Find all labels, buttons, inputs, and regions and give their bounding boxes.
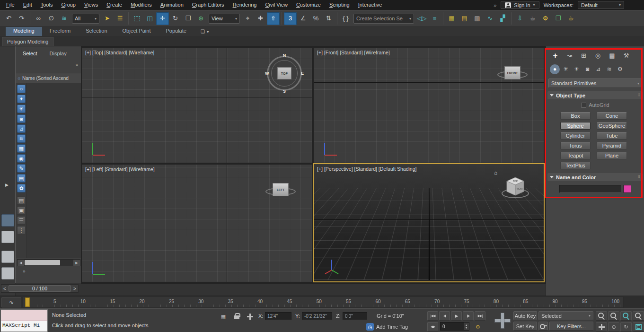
select-and-link-icon[interactable]: ∞ [32, 12, 45, 25]
percent-snap-icon[interactable]: % [309, 12, 322, 25]
viewcube-face[interactable]: TOP [277, 67, 291, 79]
coord-z-input[interactable]: 0'0" [343, 312, 367, 320]
zoom-icon[interactable] [596, 311, 607, 321]
object-type-button[interactable]: Cone [597, 112, 627, 120]
auto-key-button[interactable]: Auto Key [513, 311, 537, 320]
explorer-tool-icon[interactable]: ▣ [17, 206, 26, 215]
set-key-button[interactable]: Set Key [513, 322, 537, 331]
scene-explorer-column-header[interactable]: ○ Name (Sorted Ascend [16, 73, 81, 83]
systems-category-icon[interactable]: ⚙ [615, 64, 625, 74]
create-tab-icon[interactable]: + [549, 50, 562, 61]
display-filter-icon[interactable]: ✦ [17, 95, 26, 103]
viewcube-top-label[interactable]: TOP [513, 180, 518, 183]
compass-north[interactable]: N [283, 53, 286, 58]
object-type-button[interactable]: Plane [597, 152, 627, 159]
select-and-move-icon[interactable]: ✛ [156, 12, 169, 25]
mini-curve-editor-button[interactable]: ∿ [1, 297, 21, 307]
menu-item[interactable]: Group [57, 0, 80, 9]
angle-snap-icon[interactable]: ∠ [297, 12, 309, 25]
name-and-color-rollout-header[interactable]: Name and Color ⠿ [547, 173, 643, 181]
workspace-dropdown[interactable]: Default ▾ [578, 1, 624, 9]
viewport-left[interactable]: [+] [Left] [Standard] [Wireframe] LEFT [82, 165, 312, 282]
ribbon-tab[interactable]: Object Paint [115, 27, 159, 36]
viewcube-3d[interactable]: TOP FRONT [500, 175, 530, 201]
rectangular-selection-region-icon[interactable] [131, 12, 143, 25]
display-filter-icon[interactable]: ▤ [17, 174, 26, 183]
sign-in-button[interactable]: Sign In ▾ [501, 1, 539, 9]
coord-x-input[interactable]: 12'4" [265, 312, 291, 320]
autogrid-checkbox[interactable] [581, 103, 586, 108]
align-icon[interactable]: ≡ [428, 12, 441, 25]
select-object-icon[interactable]: ➤ [101, 12, 114, 25]
viewcube[interactable]: FRONT [497, 62, 528, 84]
curve-editor-icon[interactable]: ∿ [484, 12, 496, 25]
viewport-layout-tab[interactable] [1, 251, 14, 263]
object-type-rollout-header[interactable]: Object Type ⠿ [547, 91, 643, 99]
compass-south[interactable]: S [283, 89, 286, 94]
select-by-name-icon[interactable]: ☰ [114, 12, 126, 25]
add-time-tag-icon[interactable]: ◷ [366, 323, 374, 331]
motion-tab-icon[interactable]: ◎ [591, 50, 604, 61]
scene-explorer-list[interactable] [27, 83, 81, 258]
render-setup-icon[interactable]: ⚙ [539, 12, 552, 25]
menu-item[interactable]: Modifiers [126, 0, 156, 9]
object-type-button[interactable]: Sphere [560, 122, 591, 130]
select-and-scale-icon[interactable]: ❒ [182, 12, 194, 25]
go-to-start-button[interactable]: |◀◀ [427, 311, 438, 321]
unlink-selection-icon[interactable]: ∅ [45, 12, 58, 25]
object-color-swatch[interactable] [623, 185, 631, 193]
explorer-tool-icon[interactable]: ⋮ [17, 226, 26, 235]
add-time-tag-label[interactable]: Add Time Tag [376, 324, 408, 330]
object-type-button[interactable]: Cylinder [560, 132, 591, 140]
select-and-rotate-icon[interactable]: ↻ [169, 12, 182, 25]
previous-frame-button[interactable]: ◀| [439, 311, 450, 321]
keyboard-shortcut-override-icon[interactable]: ⇧ [267, 12, 280, 25]
viewcube-compass[interactable]: N S E W TOP [265, 53, 304, 93]
compass-east[interactable]: E [301, 71, 304, 76]
object-category-dropdown[interactable]: Standard Primitives ▾ [548, 79, 642, 88]
viewport-layout-tab[interactable] [1, 214, 14, 227]
display-filter-icon[interactable]: ◉ [17, 154, 26, 163]
schematic-view-icon[interactable]: ▞ [496, 12, 509, 25]
object-type-button[interactable]: Teapot [560, 152, 591, 159]
display-filter-icon[interactable]: ⊿ [17, 124, 26, 133]
hierarchy-tab-icon[interactable]: ⊞ [577, 50, 590, 61]
ribbon-tab[interactable]: Selection [78, 27, 115, 36]
menu-item[interactable]: Rendering [229, 0, 261, 9]
object-type-button[interactable]: Tube [597, 132, 627, 140]
display-tab-icon[interactable]: ▤ [606, 50, 618, 61]
selection-filter-dropdown[interactable]: All ▾ [72, 14, 99, 24]
viewcube-home-icon[interactable]: ⌂ [494, 170, 497, 175]
cameras-category-icon[interactable]: ◙ [582, 64, 592, 74]
menu-item[interactable]: Tools [36, 0, 57, 9]
ribbon-tab[interactable]: Populate [158, 27, 194, 36]
toggle-layer-explorer-icon[interactable]: ▤ [458, 12, 471, 25]
maxscript-listener-field[interactable]: MAXScript Mi [1, 321, 47, 332]
time-configuration-icon[interactable]: ⚙ [473, 323, 483, 331]
viewport-label[interactable]: [+] [Top] [Standard] [Wireframe] [85, 50, 154, 55]
set-key-mode-icon-button[interactable] [538, 322, 548, 331]
isolate-selection-icon[interactable]: ▦ [219, 312, 228, 321]
spinner-arrows[interactable]: ▴▾ [464, 323, 469, 330]
menu-item[interactable]: Civil View [261, 0, 291, 9]
redo-icon[interactable]: ↷ [15, 12, 28, 25]
shapes-category-icon[interactable]: ✳ [561, 64, 571, 74]
selection-lock-icon[interactable] [232, 312, 241, 320]
menu-item[interactable]: Interactive [354, 0, 387, 9]
menu-item[interactable]: Views [80, 0, 102, 9]
next-frame-button[interactable]: |▶ [463, 311, 474, 321]
menu-item[interactable]: Animation [156, 0, 188, 9]
explorer-tool-icon[interactable]: ▤ [17, 196, 26, 205]
orbit-icon[interactable]: ↻ [620, 322, 632, 332]
menu-item[interactable]: Customize [292, 0, 325, 9]
select-and-place-icon[interactable]: ⊕ [194, 12, 207, 25]
zoom-all-icon[interactable] [608, 311, 619, 321]
spinner-down-icon[interactable]: ▾ [466, 326, 467, 329]
coord-y-input[interactable]: -0'2 21/32" [302, 312, 332, 320]
viewport-perspective[interactable]: [+] [Perspective] [Standard] [Default Sh… [313, 163, 545, 282]
render-production-icon[interactable]: ☕ [565, 12, 577, 25]
absolute-offset-toggle-icon[interactable] [245, 312, 255, 321]
menu-item[interactable]: Edit [19, 0, 36, 9]
current-frame-marker[interactable] [25, 297, 30, 307]
walk-through-icon[interactable]: ⊙ [608, 322, 619, 332]
